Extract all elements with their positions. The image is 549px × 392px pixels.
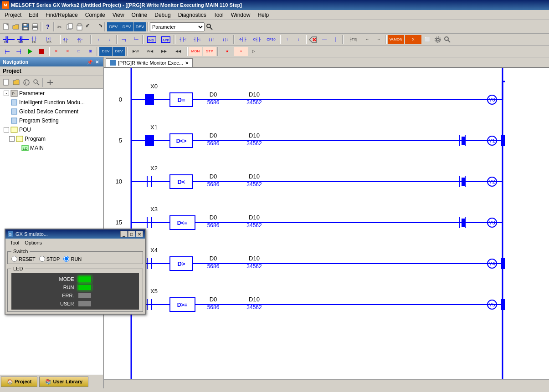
menu-diagnostics[interactable]: Diagnostics (174, 11, 210, 19)
tb-af6b[interactable]: ↓ (293, 35, 304, 44)
expand-program[interactable]: - (9, 136, 15, 142)
tb-af5b[interactable]: 4┤├ (236, 35, 250, 44)
tb-monitor-read[interactable]: X (405, 35, 421, 44)
tb-af8[interactable]: ( )↓ (219, 35, 232, 44)
tb-monitor-stop[interactable]: ⬜ (422, 35, 433, 44)
sim-menu-tool[interactable]: Tool (7, 239, 22, 246)
tb-caf5[interactable]: C┤├ (250, 35, 264, 44)
tb-extra2[interactable]: × (234, 47, 248, 56)
tb-sf8[interactable]: ↓ (104, 35, 115, 44)
tb-af6[interactable]: ┤├↓ (190, 35, 204, 44)
tb-extra1[interactable]: ★ (220, 47, 234, 56)
tb-af7[interactable]: ( )↑ (205, 35, 218, 44)
tb-af5[interactable]: ┤├↑ (176, 35, 190, 44)
tb-undo[interactable] (85, 22, 94, 31)
tb-ladder-more3[interactable]: □ (73, 47, 84, 56)
nav-item-global-device[interactable]: Global Device Comment (0, 107, 103, 116)
tb-ladder-ops2[interactable]: ← (362, 35, 373, 44)
tb-open[interactable] (11, 22, 21, 31)
tb-dev3[interactable]: DEV (133, 22, 146, 31)
tb-sf6[interactable]: ┤/├sF6 (44, 35, 58, 44)
param-select[interactable]: Parameter (150, 22, 205, 31)
menu-compile[interactable]: Compile (82, 11, 109, 19)
sim-menu-options[interactable]: Options (22, 239, 45, 246)
nav-item-intelligent[interactable]: Intelligent Function Modu... (0, 98, 103, 107)
tb-delete[interactable] (308, 35, 318, 44)
tb-dev-blue1[interactable]: DEV (99, 47, 112, 56)
tb-dev-blue2[interactable]: DEV (113, 47, 125, 56)
nav-tb-new[interactable] (2, 78, 11, 87)
tb-paste[interactable] (75, 22, 84, 31)
nav-item-parameter[interactable]: - P Parameter (0, 89, 103, 98)
sim-close-btn[interactable]: ✕ (136, 231, 143, 237)
tab-main-prg[interactable]: [PRG]R Write Monitor Exec... ✕ (106, 58, 193, 67)
tb-run-green[interactable] (25, 47, 36, 56)
expand-pou[interactable]: - (4, 127, 9, 132)
tb-write1[interactable]: ▶W (129, 47, 143, 56)
nav-item-program[interactable]: - Program (0, 134, 103, 143)
menu-tool[interactable]: Tool (210, 11, 227, 19)
tb-zoom[interactable] (443, 35, 452, 44)
tb-print[interactable] (31, 22, 40, 31)
tb-f8[interactable]: -(/)- F8 (76, 35, 89, 44)
nav-pin-btn[interactable]: 📌 (87, 59, 93, 65)
tb-gear[interactable] (433, 35, 442, 44)
tb-cf9[interactable]: ─┐ (119, 35, 130, 44)
tb-sf18[interactable]: APP (159, 35, 173, 44)
tb-sf17[interactable]: INS (145, 35, 159, 44)
tb-monitor-write[interactable]: W.MON (388, 35, 404, 44)
tb-help[interactable]: ? (43, 22, 52, 31)
radio-stop[interactable]: STOP (39, 256, 60, 262)
tb-search[interactable] (205, 22, 214, 31)
menu-findreplace[interactable]: Find/Replace (42, 11, 82, 19)
tb-write2[interactable]: W◀ (143, 47, 157, 56)
nav-tb-properties[interactable]: i (22, 78, 31, 87)
tb-ladder-more1[interactable]: ✕ (51, 47, 62, 56)
sim-minimize-btn[interactable]: _ (120, 231, 128, 237)
tb-dev1[interactable]: DEV (107, 22, 120, 31)
radio-run-input[interactable] (63, 256, 69, 262)
tb-ladder-end[interactable]: ⊣ (13, 47, 24, 56)
nav-close-btn[interactable]: ✕ (94, 59, 100, 65)
ladder-container[interactable]: 0 X0 D= D0 5686 D10 34562 (104, 68, 549, 379)
tb-save[interactable] (21, 22, 30, 31)
menu-edit[interactable]: Edit (25, 11, 42, 19)
tb-sf5-contact[interactable]: sF5 (16, 35, 30, 44)
bottom-tab-project[interactable]: 🏠 Project (1, 377, 37, 387)
nav-item-pou[interactable]: - POU (0, 125, 103, 134)
tb-extra3[interactable]: ▷ (248, 47, 259, 56)
tb-write4[interactable]: ◀◀ (171, 47, 185, 56)
tb-f5-contact[interactable]: F5 (2, 35, 15, 44)
nav-item-program-setting[interactable]: Program Setting (0, 116, 103, 125)
radio-reset[interactable]: RESET (11, 256, 36, 262)
nav-tb-search[interactable] (32, 78, 41, 87)
expand-parameter[interactable]: - (4, 91, 9, 96)
tb-f6-contact[interactable]: ┤├F6 (30, 35, 44, 44)
radio-run[interactable]: RUN (63, 256, 82, 262)
tb-write3[interactable]: ▶▶ (157, 47, 171, 56)
sim-restore-btn[interactable]: □ (128, 231, 135, 237)
menu-view[interactable]: View (109, 11, 128, 19)
tb-cut[interactable]: ✂ (56, 22, 65, 31)
menu-window[interactable]: Window (227, 11, 254, 19)
tb-stop-btn[interactable] (36, 47, 47, 56)
tb-caf10[interactable]: CF10 (264, 35, 278, 44)
tb-monitor1[interactable]: MON (189, 47, 202, 56)
menu-project[interactable]: Project (1, 11, 25, 19)
tb-af5c[interactable]: ↑ (282, 35, 292, 44)
menu-debug[interactable]: Debug (151, 11, 174, 19)
menu-online[interactable]: Online (128, 11, 151, 19)
tb-f7[interactable]: -( )-F7 (62, 35, 75, 44)
radio-reset-input[interactable] (11, 256, 17, 262)
nav-tb-folder[interactable] (12, 78, 21, 87)
menu-help[interactable]: Help (254, 11, 272, 19)
nav-tb-expand[interactable] (46, 78, 55, 87)
tb-ladder-more4[interactable]: ⊞ (85, 47, 96, 56)
tb-cf10[interactable]: └─ (130, 35, 141, 44)
tb-monitor2[interactable]: STP (203, 47, 216, 56)
tab-close-btn[interactable]: ✕ (185, 61, 189, 66)
tb-line[interactable]: — (319, 35, 330, 44)
tb-ladder-ops[interactable]: ├TX| (345, 35, 361, 44)
tb-ladder-more2[interactable]: ✕ (62, 47, 73, 56)
param-dropdown[interactable]: Parameter (150, 22, 205, 31)
